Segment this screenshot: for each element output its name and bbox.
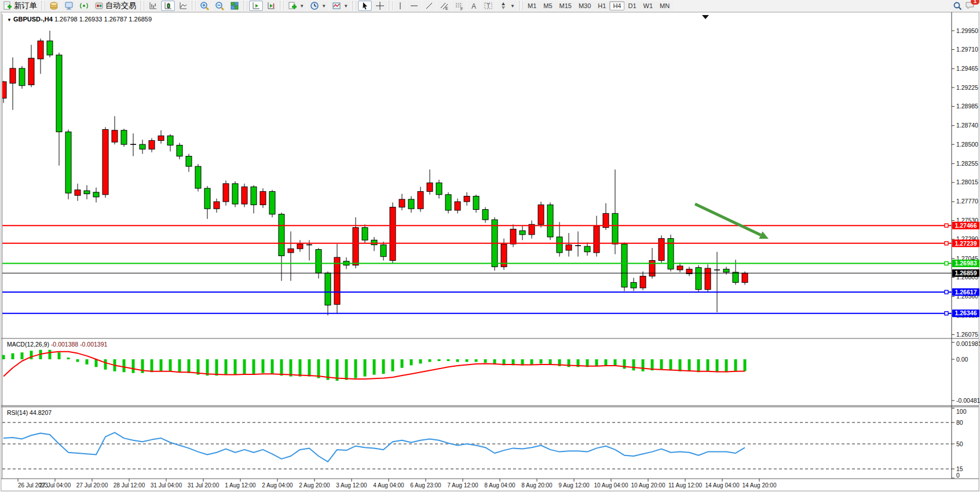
- trendline-icon: [425, 1, 434, 10]
- bear-candle-body: [381, 245, 386, 256]
- macd-histogram-bar: [401, 359, 404, 368]
- macd-histogram-bar: [364, 359, 367, 377]
- bear-candle-body: [631, 282, 637, 287]
- macd-histogram-bar: [280, 359, 283, 376]
- channel-button[interactable]: E: [437, 1, 451, 11]
- bear-candle-body: [186, 156, 192, 167]
- rsi-scale-label: 80: [956, 419, 963, 426]
- timeframe-H1[interactable]: H1: [594, 1, 609, 10]
- price-tick-label: 1.29710: [956, 46, 978, 53]
- candle[interactable]: [260, 188, 266, 208]
- candle[interactable]: [232, 181, 238, 207]
- candle[interactable]: [390, 202, 396, 264]
- candle[interactable]: [621, 242, 627, 291]
- symbol-dropdown-icon[interactable]: ▼: [7, 17, 12, 23]
- candle[interactable]: [103, 127, 108, 198]
- auto-scroll-button[interactable]: [249, 1, 263, 11]
- macd-values: -0.001388 -0.001391: [51, 341, 108, 348]
- price-badge-label: 1.27466: [955, 222, 977, 229]
- bull-candle-body: [455, 202, 460, 210]
- macd-scale-label: 0.001981: [956, 340, 980, 347]
- bull-candle-body: [103, 130, 108, 195]
- candle[interactable]: [195, 164, 201, 191]
- candle-chart-button[interactable]: [161, 1, 175, 11]
- time-tick-label: 9 Aug 12:00: [558, 482, 590, 489]
- coins-button[interactable]: [47, 1, 61, 11]
- bear-candle-body: [733, 272, 738, 283]
- periods-button[interactable]: ▼: [308, 1, 328, 11]
- bar-chart-button[interactable]: [146, 1, 160, 11]
- timeframe-W1[interactable]: W1: [640, 1, 657, 10]
- timeframe-M1[interactable]: M1: [524, 1, 540, 10]
- text-button[interactable]: A: [467, 1, 480, 11]
- timeframe-bar: M1M5M15M30H1H4D1W1MN: [524, 1, 673, 10]
- candle[interactable]: [65, 130, 71, 199]
- templates-button[interactable]: ▼: [330, 1, 350, 11]
- chart-canvas[interactable]: 1.299501.297101.294651.292251.289851.287…: [0, 0, 980, 492]
- candle[interactable]: [19, 66, 25, 89]
- signal-icon: [79, 1, 89, 10]
- timeframe-MN[interactable]: MN: [656, 1, 673, 10]
- time-tick-label: 4 Aug 04:00: [373, 482, 404, 489]
- indicators-button[interactable]: ▼: [286, 1, 306, 11]
- candle[interactable]: [445, 192, 451, 214]
- auto-trading-button[interactable]: 自动交易: [92, 1, 138, 11]
- candle[interactable]: [705, 264, 711, 291]
- vline-button[interactable]: [394, 1, 406, 11]
- bear-candle-body: [84, 191, 90, 194]
- zoom-in-button[interactable]: [198, 1, 211, 11]
- timeframe-D1[interactable]: D1: [624, 1, 639, 10]
- timeframe-H4[interactable]: H4: [609, 1, 624, 10]
- line-chart-button[interactable]: [176, 1, 190, 11]
- candle[interactable]: [547, 202, 553, 240]
- macd-histogram-bar: [716, 359, 719, 372]
- zoom-out-button[interactable]: [213, 1, 226, 11]
- macd-histogram-bar: [49, 350, 52, 359]
- line-handle[interactable]: [945, 224, 948, 227]
- line-handle[interactable]: [945, 312, 948, 315]
- bear-candle-body: [65, 132, 71, 194]
- tile-windows-button[interactable]: [228, 1, 242, 11]
- rsi-scale-label: 0: [956, 472, 960, 479]
- timeframe-M30[interactable]: M30: [575, 1, 594, 10]
- timeframe-M15[interactable]: M15: [556, 1, 575, 10]
- candle[interactable]: [223, 180, 229, 205]
- chart-shift-button[interactable]: [264, 1, 278, 11]
- arrows-button[interactable]: ▼: [496, 1, 517, 11]
- line-handle[interactable]: [945, 290, 948, 294]
- macd-histogram-bar: [243, 359, 246, 374]
- new-order-button[interactable]: 新订单: [1, 1, 39, 11]
- vline-icon: [397, 1, 404, 10]
- candle[interactable]: [696, 265, 701, 292]
- chart-window-frame: [1, 12, 979, 491]
- signal-button[interactable]: [77, 1, 91, 11]
- time-tick-label: 3 Aug 12:00: [336, 482, 367, 489]
- terminal-button[interactable]: [62, 1, 76, 11]
- bull-candle-body: [390, 207, 396, 260]
- line-handle[interactable]: [945, 242, 948, 245]
- cursor-icon: [360, 1, 370, 10]
- line-handle[interactable]: [945, 261, 948, 265]
- candle[interactable]: [242, 184, 247, 207]
- cursor-button[interactable]: [358, 1, 372, 11]
- rsi-scale-label: 50: [956, 440, 963, 447]
- bull-candle-body: [640, 276, 646, 288]
- timeframe-M5[interactable]: M5: [540, 1, 555, 10]
- channel-icon: E: [440, 1, 449, 10]
- price-tick-label: 1.29950: [956, 27, 978, 34]
- label-button[interactable]: T: [481, 1, 495, 11]
- candle[interactable]: [121, 129, 127, 147]
- macd-histogram-bar: [623, 359, 626, 369]
- candle[interactable]: [668, 235, 674, 272]
- search-button[interactable]: [950, 1, 964, 11]
- bear-candle-body: [93, 192, 99, 197]
- candle[interactable]: [659, 235, 664, 263]
- hline-button[interactable]: [407, 1, 421, 11]
- candle[interactable]: [538, 202, 544, 228]
- crosshair-button[interactable]: [373, 1, 387, 11]
- new-order-icon: [3, 1, 12, 10]
- candle[interactable]: [269, 190, 275, 217]
- notifications-button[interactable]: 1: [965, 1, 975, 12]
- fibonacci-button[interactable]: F: [452, 1, 466, 11]
- trendline-button[interactable]: [422, 1, 436, 11]
